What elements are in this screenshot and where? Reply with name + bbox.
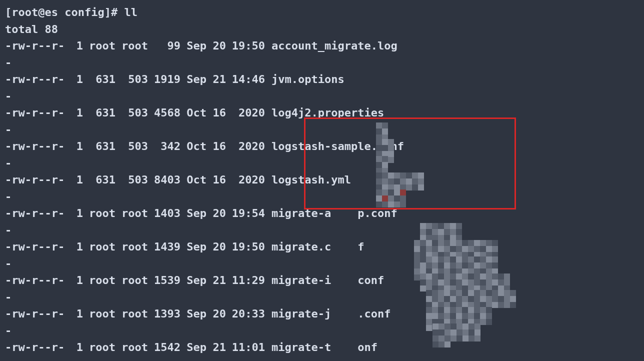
group: root [116,238,148,272]
link-count: 1 [70,104,83,138]
owner: 631 [83,104,116,138]
owner: 631 [83,172,116,205]
month: Oct [180,104,206,138]
day: 16 [206,104,226,138]
permissions: -rw-r--r-- [5,238,70,272]
owner: root [83,306,116,339]
group: root [116,339,148,361]
day: 21 [206,71,226,104]
command-text: ll [124,6,138,18]
size: 1539 [148,272,180,306]
size: 1393 [148,306,180,339]
month: Sep [180,306,206,339]
terminal-window[interactable]: [root@es config]# ll total 88 -rw-r--r--… [0,0,644,361]
file-row: -rw-r--r--1rootroot1439Sep2019:50migrate… [5,238,639,272]
size: 99 [148,38,180,71]
time: 2020 [226,138,265,172]
month: Sep [180,272,206,306]
group: root [116,272,148,306]
link-count: 1 [70,306,83,339]
month: Sep [180,238,206,272]
day: 16 [206,172,226,205]
group: root [116,205,148,238]
file-row: -rw-r--r--1rootroot1403Sep2019:54migrate… [5,205,639,238]
owner: root [83,205,116,238]
size: 1439 [148,238,180,272]
permissions: -rw-r--r-- [5,306,70,339]
size: 8403 [148,172,180,205]
size: 1919 [148,71,180,104]
group: 503 [116,71,148,104]
month: Sep [180,339,206,361]
file-row: -rw-r--r--1rootroot1542Sep2111:01migrate… [5,339,639,361]
filename: logstash.yml [272,172,351,205]
permissions: -rw-r--r-- [5,71,70,104]
month: Sep [180,71,206,104]
filename: account_migrate.log [272,38,398,71]
shell-prompt: [root@es config]# [5,6,124,18]
time: 2020 [226,104,265,138]
file-row: -rw-r--r--16315031919Sep2114:46jvm.optio… [5,71,639,104]
owner: 631 [83,138,116,172]
time: 11:01 [226,339,265,361]
filename: jvm.options [272,71,344,104]
link-count: 1 [70,339,83,361]
link-count: 1 [70,71,83,104]
link-count: 1 [70,205,83,238]
month: Sep [180,38,206,71]
permissions: -rw-r--r-- [5,38,70,71]
file-listing: -rw-r--r--1rootroot99Sep2019:50account_m… [5,38,639,361]
size: 342 [148,138,180,172]
permissions: -rw-r--r-- [5,205,70,238]
size: 1542 [148,339,180,361]
filename: migrate-iXXXXconf [272,272,384,306]
owner: 631 [83,71,116,104]
file-row: -rw-r--r--16315034568Oct162020log4j2.pro… [5,104,639,138]
time: 11:29 [226,272,265,306]
group: 503 [116,104,148,138]
file-row: -rw-r--r--1631503342Oct162020logstash-sa… [5,138,639,172]
permissions: -rw-r--r-- [5,138,70,172]
day: 16 [206,138,226,172]
day: 20 [206,238,226,272]
time: 19:50 [226,38,265,71]
month: Sep [180,205,206,238]
month: Oct [180,138,206,172]
permissions: -rw-r--r-- [5,339,70,361]
filename: migrate.cXXXXf [272,238,364,272]
owner: root [83,238,116,272]
size: 4568 [148,104,180,138]
file-row: -rw-r--r--1rootroot1393Sep2020:33migrate… [5,306,639,339]
file-row: -rw-r--r--1rootroot99Sep2019:50account_m… [5,38,639,71]
filename: log4j2.properties [272,104,384,138]
prompt-line: [root@es config]# ll [5,4,639,21]
day: 20 [206,205,226,238]
group: root [116,306,148,339]
permissions: -rw-r--r-- [5,172,70,205]
filename: migrate-aXXXXp.conf [272,205,398,238]
month: Oct [180,172,206,205]
filename: logstash-sample.conf [272,138,404,172]
time: 19:54 [226,205,265,238]
link-count: 1 [70,238,83,272]
permissions: -rw-r--r-- [5,272,70,306]
group: 503 [116,172,148,205]
file-row: -rw-r--r--1rootroot1539Sep2111:29migrate… [5,272,639,306]
link-count: 1 [70,172,83,205]
day: 20 [206,38,226,71]
owner: root [83,38,116,71]
filename: migrate-jXXXX.conf [272,306,390,339]
file-row: -rw-r--r--16315038403Oct162020logstash.y… [5,172,639,205]
group: root [116,38,148,71]
group: 503 [116,138,148,172]
owner: root [83,272,116,306]
time: 19:50 [226,238,265,272]
permissions: -rw-r--r-- [5,104,70,138]
filename: migrate-tXXXXonf [272,339,378,361]
link-count: 1 [70,272,83,306]
time: 2020 [226,172,265,205]
link-count: 1 [70,38,83,71]
total-line: total 88 [5,21,639,38]
owner: root [83,339,116,361]
day: 21 [206,272,226,306]
